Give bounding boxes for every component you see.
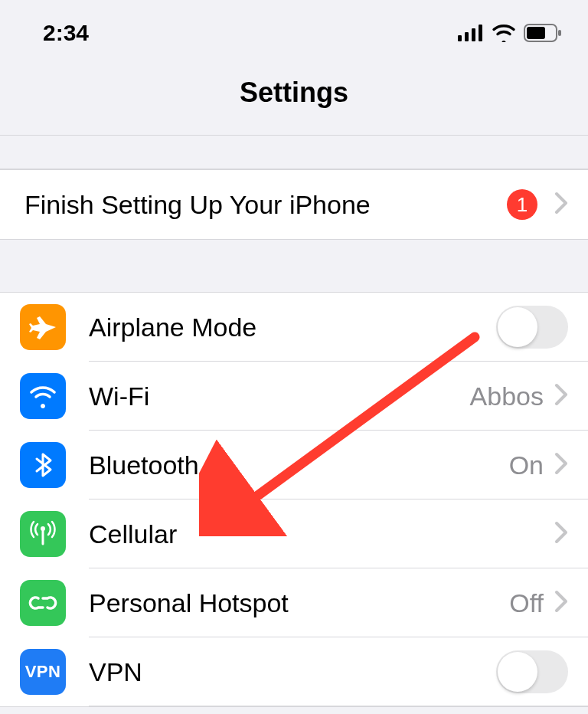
svg-rect-2 xyxy=(472,28,475,41)
setup-section: Finish Setting Up Your iPhone 1 xyxy=(0,169,588,240)
bluetooth-icon xyxy=(20,442,66,488)
finish-setup-label: Finish Setting Up Your iPhone xyxy=(24,190,507,220)
finish-setup-row[interactable]: Finish Setting Up Your iPhone 1 xyxy=(0,170,588,239)
airplane-icon xyxy=(20,304,66,350)
vpn-icon-text: VPN xyxy=(25,662,61,682)
chevron-right-icon xyxy=(554,192,568,218)
airplane-mode-row[interactable]: Airplane Mode xyxy=(0,293,588,362)
page-title: Settings xyxy=(0,54,588,135)
notification-badge: 1 xyxy=(507,189,537,220)
svg-rect-3 xyxy=(479,25,482,41)
svg-rect-1 xyxy=(465,32,469,41)
vpn-label: VPN xyxy=(89,657,496,687)
vpn-icon: VPN xyxy=(20,649,66,695)
status-time: 2:34 xyxy=(43,20,89,46)
bluetooth-value: On xyxy=(509,450,544,480)
svg-rect-5 xyxy=(558,30,561,36)
airplane-mode-toggle[interactable] xyxy=(496,306,568,349)
hotspot-icon xyxy=(20,580,66,626)
wifi-row[interactable]: Wi-Fi Abbos xyxy=(0,362,588,431)
chevron-right-icon xyxy=(554,452,568,478)
cellular-row[interactable]: Cellular xyxy=(0,499,588,568)
chevron-right-icon xyxy=(554,521,568,547)
chevron-right-icon xyxy=(554,383,568,409)
vpn-toggle[interactable] xyxy=(496,650,568,693)
wifi-value: Abbos xyxy=(470,382,544,411)
bluetooth-row[interactable]: Bluetooth On xyxy=(0,431,588,499)
wifi-icon xyxy=(492,24,516,42)
personal-hotspot-row[interactable]: Personal Hotspot Off xyxy=(0,568,588,637)
airplane-mode-label: Airplane Mode xyxy=(89,313,496,342)
status-indicators xyxy=(458,24,562,42)
chevron-right-icon xyxy=(554,590,568,616)
hotspot-label: Personal Hotspot xyxy=(89,588,509,618)
vpn-row[interactable]: VPN VPN xyxy=(0,637,588,706)
wifi-settings-icon xyxy=(20,373,66,419)
svg-rect-0 xyxy=(458,35,462,41)
cellular-icon xyxy=(20,511,66,557)
cellular-label: Cellular xyxy=(89,519,554,549)
connectivity-section: Airplane Mode Wi-Fi Abbos Bluetooth On xyxy=(0,292,588,707)
svg-rect-6 xyxy=(527,27,545,39)
svg-point-8 xyxy=(41,526,45,531)
bluetooth-label: Bluetooth xyxy=(89,450,509,480)
wifi-label: Wi-Fi xyxy=(89,382,470,411)
cellular-signal-icon xyxy=(458,25,484,41)
status-bar: 2:34 xyxy=(0,0,588,54)
hotspot-value: Off xyxy=(509,588,544,618)
battery-icon xyxy=(524,24,562,42)
